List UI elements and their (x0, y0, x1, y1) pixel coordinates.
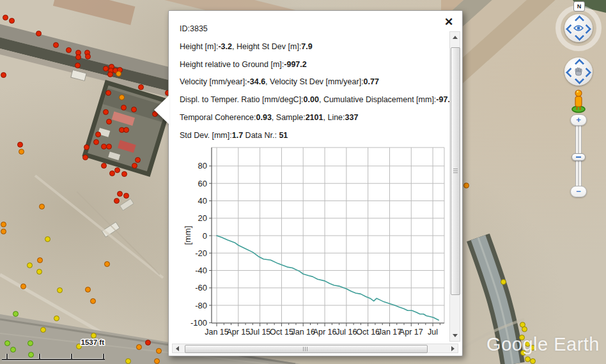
measurement-point-red[interactable] (75, 54, 81, 60)
triangle-right-icon (451, 346, 454, 351)
popup-info: ID:3835Height [m]:-3.2, Height St Dev [m… (180, 25, 435, 149)
measurement-point-orange[interactable] (20, 284, 26, 289)
measurement-point-orange[interactable] (19, 149, 24, 155)
measurement-point-yellow[interactable] (36, 269, 42, 275)
measurement-point-orange[interactable] (1, 222, 6, 227)
measurement-point-orange[interactable] (104, 261, 110, 267)
measurement-point-red[interactable] (17, 142, 23, 148)
measurement-point-red[interactable] (121, 105, 127, 110)
measurement-point-red[interactable] (106, 119, 112, 125)
measurement-point-yellow[interactable] (54, 315, 59, 321)
move-joystick[interactable] (564, 57, 593, 86)
measurement-point-orange[interactable] (39, 204, 45, 209)
measurement-point-red[interactable] (66, 47, 72, 53)
measurement-point-yellow[interactable] (522, 326, 527, 332)
svg-text:Apr 17: Apr 17 (400, 328, 423, 337)
look-joystick[interactable] (564, 14, 593, 42)
svg-text:Jul 15: Jul 15 (249, 328, 270, 337)
svg-text:Jan 17: Jan 17 (378, 328, 402, 337)
measurement-point-red[interactable] (3, 15, 8, 20)
measurement-point-orange[interactable] (1, 229, 6, 234)
measurement-point-yellow[interactable] (57, 287, 63, 293)
measurement-point-red[interactable] (85, 54, 91, 59)
measurement-point-red[interactable] (123, 193, 129, 199)
north-button[interactable]: N (573, 1, 585, 11)
svg-text:40: 40 (198, 196, 207, 206)
vertical-scroll-thumb[interactable] (451, 47, 460, 295)
scale-bar: 1537 ft (0, 331, 121, 364)
svg-text:-40: -40 (195, 266, 207, 275)
measurement-point-red[interactable] (121, 171, 127, 177)
measurement-point-orange[interactable] (463, 183, 469, 188)
measurement-point-red[interactable] (75, 63, 81, 68)
map-viewport[interactable]: 1537 ft Google Earth ✕ ID:3835Height [m]… (0, 0, 606, 364)
measurement-point-red[interactable] (82, 155, 88, 160)
measurement-point-red[interactable] (114, 198, 120, 204)
measurement-point-red[interactable] (103, 109, 109, 115)
scroll-down-button[interactable] (451, 331, 459, 340)
triangle-left-icon (176, 346, 179, 351)
triangle-down-icon (453, 334, 458, 337)
measurement-point-orange[interactable] (116, 71, 121, 77)
svg-text:-20: -20 (195, 248, 207, 258)
measurement-point-yellow[interactable] (501, 279, 506, 285)
measurement-point-orange[interactable] (119, 95, 125, 100)
scroll-right-button[interactable] (449, 344, 457, 353)
measurement-point-orange[interactable] (156, 348, 162, 354)
svg-text:Oct 15: Oct 15 (270, 328, 293, 337)
measurement-point-red[interactable] (84, 144, 89, 150)
chevron-down-icon[interactable] (575, 75, 585, 85)
vertical-scrollbar[interactable] (449, 31, 460, 342)
thumb-grip-icon (303, 347, 309, 351)
svg-text:20: 20 (198, 213, 207, 223)
measurement-point-orange[interactable] (85, 287, 91, 292)
measurement-point-red[interactable] (106, 144, 112, 149)
close-icon[interactable]: ✕ (442, 16, 455, 29)
measurement-point-red[interactable] (107, 72, 113, 77)
measurement-point-red[interactable] (145, 340, 151, 345)
svg-text:-60: -60 (195, 283, 207, 292)
chevron-down-icon[interactable] (575, 31, 585, 42)
svg-text:60: 60 (198, 179, 207, 188)
measurement-point-red[interactable] (101, 163, 107, 169)
measurement-point-red[interactable] (1, 72, 6, 78)
measurement-point-orange[interactable] (90, 298, 96, 304)
zoom-in-button[interactable]: + (570, 114, 587, 126)
measurement-point-red[interactable] (53, 42, 59, 48)
measurement-point-yellow[interactable] (530, 358, 536, 364)
measurement-point-red[interactable] (135, 157, 141, 163)
horizontal-scrollbar[interactable] (172, 344, 458, 353)
measurement-point-red[interactable] (36, 31, 42, 36)
measurement-point-red[interactable] (117, 191, 123, 197)
measurement-point-red[interactable] (105, 90, 111, 96)
measurement-point-green[interactable] (13, 311, 19, 317)
zoom-out-button[interactable]: − (570, 186, 587, 197)
measurement-point-red[interactable] (114, 167, 120, 173)
horizontal-scroll-thumb[interactable] (185, 345, 428, 353)
scroll-left-button[interactable] (173, 344, 182, 353)
chevron-up-icon[interactable] (575, 15, 585, 26)
chevron-right-icon[interactable] (582, 68, 592, 78)
measurement-point-yellow[interactable] (125, 358, 131, 364)
scale-label: 1537 ft (81, 338, 105, 346)
svg-text:0: 0 (203, 231, 207, 241)
measurement-point-orange[interactable] (37, 257, 43, 263)
measurement-point-red[interactable] (109, 171, 115, 176)
measurement-point-yellow[interactable] (27, 262, 33, 268)
zoom-slider-handle[interactable] (571, 153, 586, 161)
measurement-point-red[interactable] (138, 84, 144, 90)
svg-text:Jul: Jul (428, 328, 438, 337)
svg-text:Apr 16: Apr 16 (313, 328, 337, 337)
measurement-point-red[interactable] (132, 163, 137, 169)
measurement-point-red[interactable] (9, 18, 15, 24)
info-line: Displ. to Temper. Ratio [mm/degC]:0.00, … (180, 96, 435, 104)
measurement-point-yellow[interactable] (45, 236, 50, 242)
measurement-point-orange[interactable] (136, 344, 142, 350)
measurement-point-red[interactable] (131, 107, 137, 112)
measurement-point-orange[interactable] (154, 358, 160, 364)
pegman-icon[interactable] (571, 89, 586, 116)
measurement-point-red[interactable] (95, 132, 101, 137)
scroll-up-button[interactable] (451, 33, 459, 42)
measurement-point-red[interactable] (123, 127, 129, 133)
measurement-point-red[interactable] (93, 139, 99, 145)
